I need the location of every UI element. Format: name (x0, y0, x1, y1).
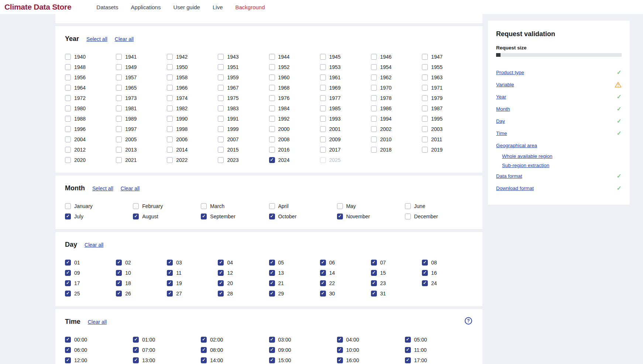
time-option-16-00[interactable]: 16:00 (337, 357, 405, 363)
year-option-1941[interactable]: 1941 (116, 54, 167, 60)
checkbox[interactable] (218, 280, 224, 286)
checkbox[interactable] (422, 74, 428, 80)
time-option-01-00[interactable]: 01:00 (133, 337, 201, 343)
checkbox[interactable] (422, 105, 428, 111)
checkbox[interactable] (320, 74, 326, 80)
checkbox[interactable] (218, 64, 224, 70)
year-option-2003[interactable]: 2003 (422, 126, 473, 132)
checkbox[interactable] (337, 357, 343, 363)
year-option-1956[interactable]: 1956 (65, 74, 116, 80)
year-option-1996[interactable]: 1996 (65, 126, 116, 132)
day-option-01[interactable]: 01 (65, 260, 116, 266)
year-option-1966[interactable]: 1966 (167, 85, 218, 91)
checkbox[interactable] (167, 157, 173, 163)
checkbox[interactable] (65, 54, 71, 60)
checkbox[interactable] (269, 136, 275, 142)
checkbox[interactable] (320, 270, 326, 276)
year-option-1992[interactable]: 1992 (269, 116, 320, 122)
checkbox[interactable] (371, 95, 377, 101)
checkbox[interactable] (320, 126, 326, 132)
year-select-all-link[interactable]: Select all (86, 36, 107, 42)
checkbox[interactable] (405, 214, 411, 219)
checkbox[interactable] (116, 74, 122, 80)
checkbox[interactable] (167, 280, 173, 286)
year-option-1942[interactable]: 1942 (167, 54, 218, 60)
nav-item-background[interactable]: Background (235, 4, 265, 10)
month-select-all-link[interactable]: Select all (92, 186, 113, 191)
year-option-1950[interactable]: 1950 (167, 64, 218, 70)
checkbox[interactable] (65, 105, 71, 111)
year-option-1959[interactable]: 1959 (218, 74, 269, 80)
checkbox[interactable] (269, 337, 275, 343)
help-icon[interactable]: ? (465, 317, 472, 325)
year-option-1940[interactable]: 1940 (65, 54, 116, 60)
day-option-29[interactable]: 29 (269, 291, 320, 297)
checkbox[interactable] (65, 64, 71, 70)
checkbox[interactable] (320, 116, 326, 122)
checkbox[interactable] (269, 116, 275, 122)
year-option-2014[interactable]: 2014 (167, 147, 218, 153)
nav-item-live[interactable]: Live (213, 4, 223, 10)
checkbox[interactable] (65, 270, 71, 276)
checkbox[interactable] (218, 116, 224, 122)
day-option-12[interactable]: 12 (218, 270, 269, 276)
year-option-1947[interactable]: 1947 (422, 54, 473, 60)
checkbox[interactable] (371, 54, 377, 60)
checkbox[interactable] (371, 64, 377, 70)
year-option-1946[interactable]: 1946 (371, 54, 422, 60)
day-option-27[interactable]: 27 (167, 291, 218, 297)
year-option-1985[interactable]: 1985 (320, 105, 371, 111)
year-option-1986[interactable]: 1986 (371, 105, 422, 111)
checkbox[interactable] (167, 105, 173, 111)
time-option-11-00[interactable]: 11:00 (405, 347, 473, 353)
validation-link-year[interactable]: Year (496, 94, 506, 100)
year-option-2004[interactable]: 2004 (65, 136, 116, 142)
day-option-10[interactable]: 10 (116, 270, 167, 276)
year-option-1968[interactable]: 1968 (269, 85, 320, 91)
checkbox[interactable] (422, 116, 428, 122)
checkbox[interactable] (371, 270, 377, 276)
month-clear-all-link[interactable]: Clear all (121, 186, 140, 191)
time-option-13-00[interactable]: 13:00 (133, 357, 201, 363)
day-option-15[interactable]: 15 (371, 270, 422, 276)
checkbox[interactable] (371, 105, 377, 111)
year-option-1957[interactable]: 1957 (116, 74, 167, 80)
year-option-2012[interactable]: 2012 (65, 147, 116, 153)
checkbox[interactable] (269, 147, 275, 153)
year-option-1997[interactable]: 1997 (116, 126, 167, 132)
day-option-18[interactable]: 18 (116, 280, 167, 286)
checkbox[interactable] (337, 347, 343, 353)
year-option-1962[interactable]: 1962 (371, 74, 422, 80)
checkbox[interactable] (320, 260, 326, 266)
checkbox[interactable] (65, 337, 71, 343)
day-option-08[interactable]: 08 (422, 260, 473, 266)
checkbox[interactable] (167, 116, 173, 122)
year-clear-all-link[interactable]: Clear all (115, 36, 134, 42)
time-clear-all-link[interactable]: Clear all (88, 319, 107, 325)
checkbox[interactable] (371, 85, 377, 91)
checkbox[interactable] (133, 347, 139, 353)
day-option-04[interactable]: 04 (218, 260, 269, 266)
year-option-1977[interactable]: 1977 (320, 95, 371, 101)
day-option-23[interactable]: 23 (371, 280, 422, 286)
checkbox[interactable] (269, 203, 275, 209)
checkbox[interactable] (422, 270, 428, 276)
checkbox[interactable] (218, 291, 224, 297)
checkbox[interactable] (116, 54, 122, 60)
checkbox[interactable] (269, 74, 275, 80)
checkbox[interactable] (201, 347, 207, 353)
month-option-november[interactable]: November (337, 214, 405, 219)
checkbox[interactable] (371, 291, 377, 297)
checkbox[interactable] (269, 64, 275, 70)
checkbox[interactable] (116, 105, 122, 111)
checkbox[interactable] (116, 95, 122, 101)
year-option-2022[interactable]: 2022 (167, 157, 218, 163)
checkbox[interactable] (133, 214, 139, 219)
checkbox[interactable] (337, 214, 343, 219)
year-option-1970[interactable]: 1970 (371, 85, 422, 91)
checkbox[interactable] (371, 147, 377, 153)
year-option-2006[interactable]: 2006 (167, 136, 218, 142)
checkbox[interactable] (269, 270, 275, 276)
checkbox[interactable] (116, 136, 122, 142)
checkbox[interactable] (320, 64, 326, 70)
